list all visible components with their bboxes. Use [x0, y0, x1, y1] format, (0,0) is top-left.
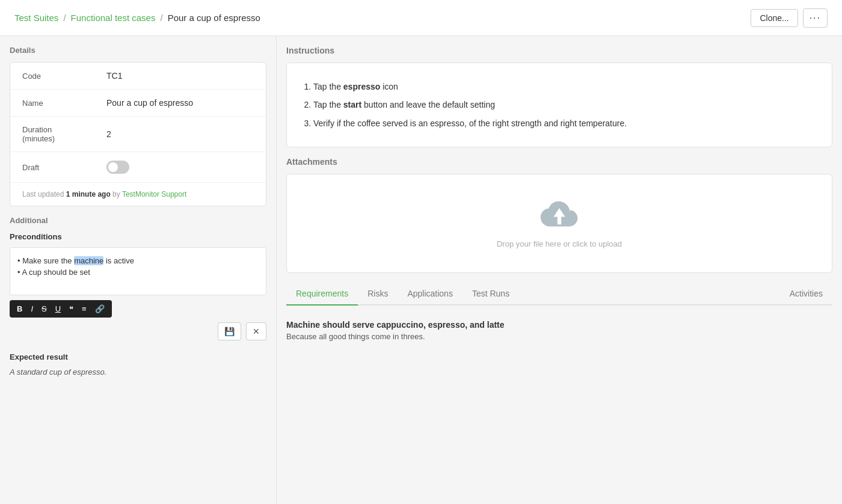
toolbar-bold-button[interactable]: B: [13, 303, 26, 315]
requirement-title: Machine should serve cappuccino, espress…: [286, 320, 832, 330]
duration-row: Duration (minutes) 2: [10, 117, 266, 152]
expected-result-label: Expected result: [10, 352, 266, 361]
tab-activities[interactable]: Activities: [780, 283, 832, 306]
breadcrumb-sep-2: /: [160, 13, 162, 23]
breadcrumb-test-suites[interactable]: Test Suites: [14, 13, 58, 23]
instructions-label: Instructions: [286, 46, 832, 55]
preconditions-label: Preconditions: [10, 232, 266, 241]
clone-button[interactable]: Clone...: [751, 9, 797, 27]
tab-test-runs[interactable]: Test Runs: [462, 283, 519, 306]
last-updated-user[interactable]: TestMonitor Support: [122, 190, 186, 198]
attachments-label: Attachments: [286, 157, 832, 167]
tab-risks[interactable]: Risks: [358, 283, 398, 306]
header: Test Suites / Functional test cases / Po…: [0, 0, 842, 36]
name-value: Pour a cup of espresso: [106, 98, 193, 108]
breadcrumb-current-page: Pour a cup of espresso: [168, 13, 260, 23]
tab-requirements[interactable]: Requirements: [286, 283, 358, 306]
duration-label: Duration (minutes): [22, 125, 106, 143]
details-card: Code TC1 Name Pour a cup of espresso Dur…: [10, 62, 266, 206]
toolbar-quote-button[interactable]: ❝: [66, 303, 77, 315]
last-updated-time: 1 minute ago: [66, 190, 111, 198]
highlighted-word: machine: [74, 256, 103, 265]
main-layout: Details Code TC1 Name Pour a cup of espr…: [0, 36, 842, 504]
instruction-2-bold: start: [343, 100, 361, 109]
upload-area[interactable]: Drop your file here or click to upload: [286, 174, 832, 273]
left-panel: Details Code TC1 Name Pour a cup of espr…: [0, 36, 277, 504]
instruction-item-3: Verify if the coffee served is an espres…: [313, 117, 817, 130]
save-icon: 💾: [224, 327, 235, 336]
expected-result-text: A standard cup of espresso.: [10, 367, 266, 376]
cancel-icon: ✕: [253, 327, 260, 336]
expected-result-section: Expected result A standard cup of espres…: [10, 352, 266, 376]
breadcrumb: Test Suites / Functional test cases / Po…: [14, 13, 260, 23]
toolbar-link-button[interactable]: 🔗: [91, 303, 108, 315]
editor-actions: 💾 ✕: [10, 322, 266, 340]
right-panel: Instructions Tap the espresso icon Tap t…: [277, 36, 842, 504]
expected-result-prefix: A standard cup of: [10, 367, 73, 376]
breadcrumb-sep-1: /: [63, 13, 66, 23]
requirement-item: Machine should serve cappuccino, espress…: [286, 315, 832, 346]
instructions-list: Tap the espresso icon Tap the start butt…: [301, 80, 817, 130]
instruction-item-2: Tap the start button and leave the defau…: [313, 98, 817, 111]
details-label: Details: [10, 46, 266, 55]
editor-content: • Make sure the machine is active • A cu…: [17, 256, 259, 277]
code-label: Code: [22, 72, 106, 81]
last-updated-by: by: [111, 190, 122, 198]
duration-value: 2: [106, 129, 111, 139]
requirement-description: Because all good things come in threes.: [286, 332, 832, 341]
tab-applications[interactable]: Applications: [398, 283, 462, 306]
name-row: Name Pour a cup of espresso: [10, 90, 266, 117]
last-updated: Last updated 1 minute ago by TestMonitor…: [10, 183, 266, 206]
code-row: Code TC1: [10, 63, 266, 90]
expected-result-italic: espresso: [73, 367, 105, 376]
breadcrumb-functional-test-cases[interactable]: Functional test cases: [71, 13, 156, 23]
save-button[interactable]: 💾: [218, 322, 241, 340]
additional-label: Additional: [10, 216, 266, 225]
tabs-bar: Requirements Risks Applications Test Run…: [286, 283, 832, 306]
cancel-button[interactable]: ✕: [246, 322, 266, 340]
precondition-line-1: • Make sure the machine is active: [17, 256, 259, 265]
toolbar-strikethrough-button[interactable]: S: [38, 303, 51, 315]
draft-label: Draft: [22, 163, 106, 172]
toolbar-list-button[interactable]: ≡: [78, 303, 90, 315]
preconditions-editor[interactable]: • Make sure the machine is active • A cu…: [10, 247, 266, 295]
instruction-1-bold: espresso: [343, 82, 380, 91]
name-label: Name: [22, 99, 106, 108]
more-options-button[interactable]: ···: [803, 8, 828, 28]
toolbar-italic-button[interactable]: I: [27, 303, 37, 315]
precondition-line-2: • A cup should be set: [17, 268, 259, 277]
upload-hint-text: Drop your file here or click to upload: [497, 239, 622, 248]
draft-row: Draft: [10, 152, 266, 183]
toolbar-underline-button[interactable]: U: [52, 303, 64, 315]
last-updated-prefix: Last updated: [22, 190, 66, 198]
instructions-card: Tap the espresso icon Tap the start butt…: [286, 63, 832, 147]
code-value: TC1: [106, 71, 122, 81]
draft-toggle[interactable]: [106, 161, 129, 174]
expected-result-end: .: [105, 367, 107, 376]
instruction-item-1: Tap the espresso icon: [313, 80, 817, 93]
floating-toolbar: B I S U ❝ ≡ 🔗: [10, 300, 112, 318]
upload-cloud-icon: [540, 198, 579, 232]
header-actions: Clone... ···: [751, 8, 828, 28]
